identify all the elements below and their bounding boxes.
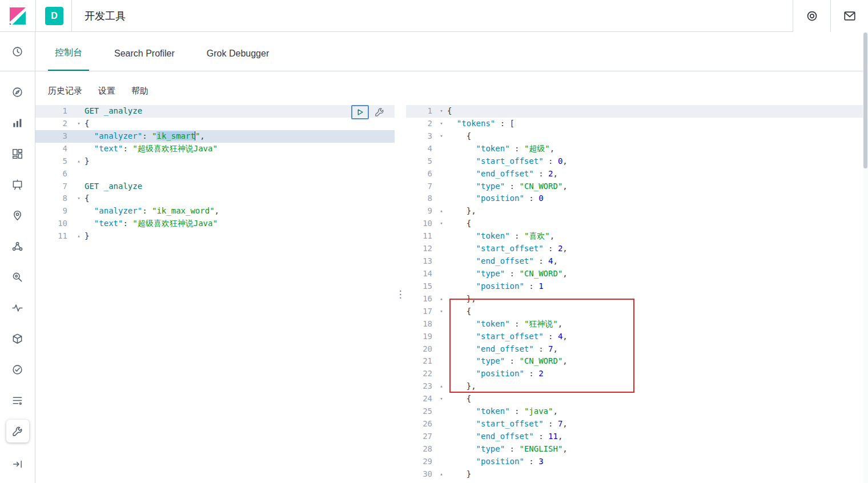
code-line-2[interactable]: 2▾{	[35, 118, 395, 130]
drag-handle-icon: ⋮	[396, 288, 405, 300]
request-editor[interactable]: 1GET _analyze2▾{3 "analyzer": "ik_smart"…	[35, 105, 395, 483]
code-line-21[interactable]: 21 "type" : "CN_WORD",	[406, 355, 863, 368]
settings-menu-item[interactable]: 设置	[98, 86, 115, 96]
code-line-22[interactable]: 22 "position" : 2	[406, 368, 863, 380]
code-line-10[interactable]: 10 "text": "超级喜欢狂神说Java"	[35, 218, 395, 230]
fold-toggle-icon[interactable]: ▴	[436, 293, 447, 305]
code-line-3[interactable]: 3 "analyzer": "ik_smart",	[35, 130, 395, 143]
sidebar-item-canvas[interactable]	[2, 169, 33, 200]
line-number: 10	[35, 218, 73, 230]
code-line-9[interactable]: 9▴ },	[406, 205, 863, 218]
code-line-4[interactable]: 4 "token" : "超级",	[406, 143, 863, 155]
line-number: 29	[406, 456, 436, 468]
code-text: {	[447, 130, 863, 143]
sidebar-item-logs[interactable]	[2, 385, 33, 416]
fold-toggle-icon[interactable]: ▴	[73, 230, 85, 243]
fold-toggle-icon[interactable]: ▾	[436, 118, 447, 130]
newsfeed-button[interactable]	[830, 0, 868, 32]
fold-toggle-icon[interactable]: ▾	[436, 218, 447, 230]
code-line-1[interactable]: 1GET _analyze	[35, 105, 395, 118]
code-line-12[interactable]: 12 "start_offset" : 2,	[406, 243, 863, 255]
fold-toggle-icon[interactable]: ▴	[436, 468, 447, 481]
code-text: "token" : "超级",	[447, 143, 863, 155]
code-line-26[interactable]: 26 "start_offset" : 7,	[406, 418, 863, 430]
fold-toggle-icon[interactable]: ▾	[436, 305, 447, 318]
sidebar-item-discover[interactable]	[2, 77, 33, 107]
history-menu-item[interactable]: 历史记录	[48, 86, 82, 96]
code-line-1[interactable]: 1▾{	[406, 105, 863, 118]
sidebar-item-maps[interactable]	[2, 200, 33, 231]
sidebar-item-uptime[interactable]	[2, 354, 33, 385]
code-line-6[interactable]: 6 "end_offset" : 2,	[406, 168, 863, 180]
sidebar-item-visualize[interactable]	[2, 107, 33, 138]
code-line-25[interactable]: 25 "token" : "java",	[406, 405, 863, 418]
fold-toggle-icon[interactable]: ▾	[436, 105, 447, 118]
code-line-8[interactable]: 8▾{	[35, 192, 395, 205]
map-pin-icon	[12, 210, 23, 221]
response-editor[interactable]: 1▾{2▾ "tokens" : [3▾ {4 "token" : "超级",5…	[406, 105, 863, 483]
code-line-6[interactable]: 6	[35, 168, 395, 180]
kibana-logo[interactable]	[0, 0, 35, 32]
code-line-11[interactable]: 11 "token" : "喜欢",	[406, 230, 863, 243]
fold-spacer	[436, 331, 447, 343]
space-badge[interactable]: D	[45, 7, 63, 25]
code-line-19[interactable]: 19 "start_offset" : 4,	[406, 331, 863, 343]
help-menu-item[interactable]: 帮助	[131, 86, 148, 96]
line-number: 1	[35, 105, 73, 118]
code-line-24[interactable]: 24▾ {	[406, 393, 863, 405]
code-line-27[interactable]: 27 "end_offset" : 11,	[406, 430, 863, 443]
fold-toggle-icon[interactable]: ▴	[436, 205, 447, 218]
code-line-14[interactable]: 14 "type" : "CN_WORD",	[406, 268, 863, 280]
code-text: "analyzer": "ik_max_word",	[85, 205, 395, 218]
code-line-9[interactable]: 9 "analyzer": "ik_max_word",	[35, 205, 395, 218]
fold-toggle-icon[interactable]: ▴	[73, 155, 85, 168]
code-line-30[interactable]: 30▴ }	[406, 468, 863, 481]
help-button[interactable]	[793, 0, 830, 32]
sidebar-item-apm[interactable]	[2, 292, 33, 323]
line-number: 24	[406, 393, 436, 405]
collapse-nav-button[interactable]	[2, 449, 33, 480]
fold-toggle-icon[interactable]: ▾	[73, 118, 85, 130]
sidebar-item-infrastructure[interactable]	[2, 323, 33, 354]
fold-spacer	[436, 155, 447, 168]
code-line-11[interactable]: 11▴}	[35, 230, 395, 243]
fold-toggle-icon[interactable]: ▴	[436, 380, 447, 393]
sidebar-item-dashboard[interactable]	[2, 138, 33, 169]
line-number: 14	[406, 268, 436, 280]
code-line-5[interactable]: 5▴}	[35, 155, 395, 168]
code-line-7[interactable]: 7 "type" : "CN_WORD",	[406, 180, 863, 193]
tab-grok-debugger[interactable]: Grok Debugger	[200, 49, 276, 71]
sidebar-item-graph[interactable]	[2, 261, 33, 292]
panel-resizer[interactable]: ⋮	[395, 105, 406, 483]
sidebar-item-dev-tools[interactable]	[2, 416, 33, 446]
code-line-23[interactable]: 23▴ },	[406, 380, 863, 393]
code-line-20[interactable]: 20 "end_offset" : 7,	[406, 343, 863, 356]
line-number: 4	[406, 143, 436, 155]
header-actions	[793, 0, 868, 32]
code-line-29[interactable]: 29 "position" : 3	[406, 456, 863, 468]
request-options-button[interactable]	[373, 106, 385, 119]
code-line-8[interactable]: 8 "position" : 0	[406, 192, 863, 205]
send-request-button[interactable]	[351, 105, 369, 119]
scrollbar-thumb[interactable]	[863, 33, 867, 168]
code-line-4[interactable]: 4 "text": "超级喜欢狂神说Java"	[35, 143, 395, 155]
code-line-7[interactable]: 7GET _analyze	[35, 180, 395, 193]
tab-console[interactable]: 控制台	[48, 47, 89, 71]
code-line-5[interactable]: 5 "start_offset" : 0,	[406, 155, 863, 168]
code-line-13[interactable]: 13 "end_offset" : 4,	[406, 255, 863, 268]
clock-icon	[12, 46, 23, 57]
fold-toggle-icon[interactable]: ▾	[73, 192, 85, 205]
code-line-2[interactable]: 2▾ "tokens" : [	[406, 118, 863, 130]
code-line-16[interactable]: 16▴ },	[406, 293, 863, 305]
code-line-28[interactable]: 28 "type" : "ENGLISH",	[406, 443, 863, 456]
code-line-17[interactable]: 17▾ {	[406, 305, 863, 318]
code-line-10[interactable]: 10▾ {	[406, 218, 863, 230]
sidebar-item-recently-viewed[interactable]	[2, 36, 33, 67]
fold-toggle-icon[interactable]: ▾	[436, 393, 447, 405]
code-line-18[interactable]: 18 "token" : "狂神说",	[406, 318, 863, 331]
fold-toggle-icon[interactable]: ▾	[436, 130, 447, 143]
code-line-15[interactable]: 15 "position" : 1	[406, 280, 863, 293]
sidebar-item-machine-learning[interactable]	[2, 231, 33, 261]
tab-search-profiler[interactable]: Search Profiler	[107, 49, 182, 71]
code-line-3[interactable]: 3▾ {	[406, 130, 863, 143]
